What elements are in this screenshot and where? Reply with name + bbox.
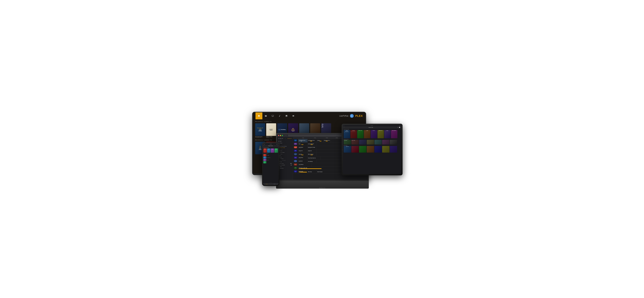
- program-entertainment-tonight[interactable]: Entertainment Tonight S37 · E154: [308, 146, 317, 149]
- phone-back-btn[interactable]: ≡: [264, 145, 264, 146]
- program-wheel-of-fortune[interactable]: Wheel of Fortune S35 · E154 NEW: [308, 153, 317, 156]
- carrier-label: Sprint: [264, 144, 265, 144]
- tablet-card-hfa[interactable]: La HFA: [364, 130, 370, 138]
- program-mlb[interactable]: MLB Baseball NEW: [298, 170, 308, 173]
- tablet-rec-7[interactable]: [390, 146, 397, 153]
- mac-zoom-btn[interactable]: [282, 135, 283, 136]
- sidebar-recommended[interactable]: ★ Recommended 2: [277, 164, 293, 166]
- tablet-up-6[interactable]: [382, 140, 390, 144]
- sidebar-settings[interactable]: ⚙ Settings: [277, 142, 293, 144]
- sidebar-movies[interactable]: 🎥 Movies: [277, 153, 293, 155]
- tablet-header: ‹ Program Guide ⚙ ⬜: [343, 126, 401, 128]
- program-family-feud[interactable]: Family Feud S19 · S26: [298, 149, 308, 153]
- tablet-up-7[interactable]: [390, 140, 397, 144]
- program-extra[interactable]: Extra S22 · E184 NEW: [298, 143, 308, 146]
- program-jeopardy[interactable]: Jeopardy! S35 · E154 NEW: [298, 153, 308, 156]
- program-showtime[interactable]: Showtime at the A... S1 · E7 NEW: [324, 139, 331, 142]
- scene: LiveTVFan L PLEX RECENTLY AIRED TV: [242, 112, 402, 186]
- mac-home-icon[interactable]: ⌂: [286, 135, 286, 136]
- sidebar-program-guide[interactable]: ▦ Program Guide: [277, 147, 293, 148]
- program-bbt-1[interactable]: The Big Bang Theory S4 · E6HD: [298, 139, 308, 142]
- tablet-card-diamond[interactable]: Diamond Elegance: [391, 130, 398, 138]
- tablet-rec-1[interactable]: THIS IS US: [344, 146, 351, 153]
- nav-home[interactable]: [256, 112, 262, 119]
- channel-709: ION 709: [293, 156, 298, 160]
- tablet-up-4[interactable]: [367, 140, 374, 144]
- tablet-rec-2[interactable]: [352, 146, 359, 153]
- nav-movies[interactable]: [262, 112, 269, 119]
- sidebar-status[interactable]: ◈ Status: [277, 141, 293, 142]
- sidebar-playlists[interactable]: ☰ Playlists: [277, 150, 293, 152]
- show-card-late-show[interactable]: THE LATE LATESHOWJAMESCORDEN The Late La…: [255, 123, 265, 138]
- program-martha-bakes[interactable]: Martha Bakes S8 · E10: [298, 156, 308, 160]
- tablet-new-episodes-label: New Episodes Tonight: [343, 128, 401, 130]
- tablet-up-5[interactable]: [374, 140, 382, 144]
- sidebar-webhooks[interactable]: 🔗 Webhooks: [277, 167, 293, 169]
- sidebar-tv-shows[interactable]: 📺 TV Shows: [277, 158, 293, 159]
- program-judge-judy[interactable]: Judge Judy S22 · E57: [308, 149, 317, 153]
- tablet-rec-6[interactable]: [382, 146, 390, 153]
- sidebar-recording[interactable]: ⏺ Recording Schedule: [277, 145, 293, 147]
- phone-menu-btn[interactable]: ⋯: [277, 145, 278, 146]
- tablet-card-nightly[interactable]: Nightly Business: [378, 130, 384, 138]
- program-bbt-2[interactable]: The Big Bang Theory S7 · E17NEW: [308, 139, 317, 142]
- sidebar-watch-later[interactable]: ⬇ Watch Later 11: [277, 163, 293, 164]
- tablet-back-icon[interactable]: ‹: [344, 127, 344, 128]
- sidebar-home-videos[interactable]: 🎬 Home Videos: [277, 152, 293, 153]
- program-blue-bloods[interactable]: Blue Bloods S8 · E17: [298, 160, 308, 163]
- program-access-hollywood[interactable]: Access Hollywood S37 · E154 NEW: [308, 143, 317, 146]
- nav-music[interactable]: [276, 112, 283, 119]
- phone-card-2[interactable]: Once: [267, 148, 270, 153]
- tablet-card-jose[interactable]: José Joel...: [371, 130, 377, 138]
- tablet-up-premier[interactable]: Premier League: [352, 140, 359, 144]
- tablet-rec-4[interactable]: [367, 146, 374, 153]
- channel-705: CBS 705: [293, 149, 298, 153]
- tablet-ui: ▲ 12:35 PM 100% ‹ Program Guide ⚙ ⬜ New …: [343, 125, 401, 174]
- user-avatar[interactable]: L: [350, 114, 354, 118]
- phone-status-bar: Sprint 9:45 PM 100%: [263, 143, 278, 145]
- tablet-up-3[interactable]: [359, 140, 366, 144]
- phone-card-4[interactable]: Once: [274, 148, 278, 153]
- tablet-upcoming-label: My Upcoming Shows: [343, 139, 401, 140]
- tablet-window-icon[interactable]: ⬜: [399, 127, 400, 128]
- tablet-card-bachelor[interactable]: THEBACHELOR S22 · E11 Today at 11 PM: [344, 130, 350, 138]
- sidebar-photos[interactable]: ◻ Photos: [277, 156, 293, 158]
- nav-tv[interactable]: [269, 112, 276, 119]
- program-goldbergs-711[interactable]: The Goldbergs: [308, 160, 317, 163]
- tablet-card-martha[interactable]: Martha: [384, 130, 391, 138]
- sidebar-plugins[interactable]: ⬡ Plugins: [277, 161, 293, 163]
- tablet-rec-5[interactable]: [374, 146, 382, 153]
- nav-photos[interactable]: [283, 112, 290, 119]
- channel-712: GLLU 712: [293, 163, 298, 166]
- show-card-modern-family[interactable]: modernfamily Modern Family Lake Life: [266, 123, 276, 138]
- program-inside-edition[interactable]: Inside Edition S30 · E184: [298, 146, 308, 149]
- tablet-settings-icon[interactable]: ⚙: [398, 127, 398, 128]
- program-gotham[interactable]: Gotham S4 · E18NEW: [317, 139, 324, 142]
- program-abc7-kofy[interactable]: ABC7 News on KOFY 7PM NEW: [298, 167, 322, 170]
- channels-dropdown[interactable]: Channels ▼: [288, 138, 292, 139]
- gllu-logo: GLLU: [294, 164, 297, 165]
- tablet-card-divo[interactable]: El Divo y Lazaro: [357, 130, 364, 138]
- phone-home-button[interactable]: [270, 182, 272, 185]
- tablet-up-goldbergs[interactable]: The Goldbergs: [344, 140, 351, 144]
- fox-logo: FOX2: [294, 139, 297, 141]
- sidebar-news[interactable]: 📰 News: [277, 166, 293, 167]
- program-check-please[interactable]: Check, Please! Bay Area: [308, 156, 321, 160]
- mac-back-btn[interactable]: ‹: [285, 135, 285, 136]
- mac-close-btn[interactable]: [278, 135, 279, 136]
- sidebar-music[interactable]: ♪ Music: [277, 155, 293, 156]
- phone-card-1[interactable]: Wash.: [264, 148, 267, 153]
- online-section: ONLINE CONTENT: [277, 159, 293, 161]
- phone-episode-cards: Wash. Once Brook Once: [263, 148, 278, 153]
- phone-card-3[interactable]: Brook: [271, 148, 274, 153]
- nbc-logo: NBC: [294, 143, 297, 145]
- phone-screen: Sprint 9:45 PM 100% ≡ Program Guide ⋯ Ne…: [263, 143, 278, 185]
- mac-nav-icons: ‹ ⌂: [285, 135, 286, 136]
- tablet-card-voice[interactable]: The Voice S14 · E4 Today at 11 PM: [350, 130, 357, 138]
- tablet-rec-3[interactable]: [359, 146, 366, 153]
- nav-video[interactable]: [290, 112, 297, 119]
- program-goldbergs-712[interactable]: The Goldbergs S3 · E1: [298, 163, 312, 166]
- mac-minimize-btn[interactable]: [280, 135, 281, 136]
- phone-nav-title: Program Guide: [264, 145, 276, 146]
- program-nhl[interactable]: NHL Hockey: [308, 170, 317, 173]
